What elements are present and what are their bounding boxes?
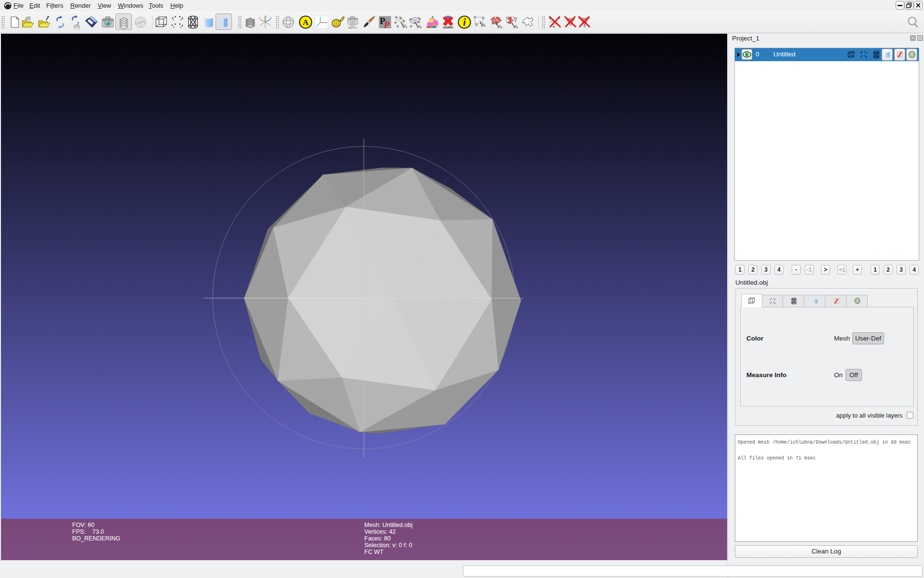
svg-text:X: X — [270, 17, 272, 19]
svg-text:GEOREF: GEOREF — [443, 26, 453, 29]
svg-text:i: i — [463, 17, 466, 27]
svg-text:P: P — [384, 20, 390, 29]
svg-text:Y: Y — [266, 15, 268, 18]
svg-text:Z: Z — [259, 17, 260, 19]
svg-text:Alignment: Alignment — [348, 26, 357, 29]
svg-text:A: A — [303, 18, 309, 27]
